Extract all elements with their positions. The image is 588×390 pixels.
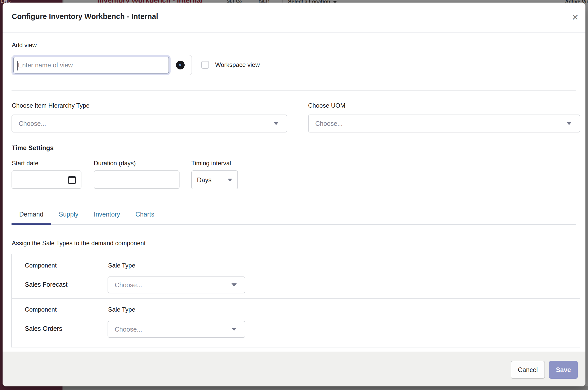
item-hierarchy-label: Choose Item Hierarchy Type	[12, 102, 90, 109]
sales-forecast-sale-type-select[interactable]: Choose...	[108, 276, 245, 293]
item-hierarchy-placeholder: Choose...	[12, 120, 46, 127]
workspace-view-label: Workspace view	[215, 61, 260, 68]
view-name-field[interactable]	[13, 57, 169, 74]
tab-charts[interactable]: Charts	[128, 211, 162, 225]
calendar-icon[interactable]	[67, 175, 77, 185]
view-name-input[interactable]	[14, 57, 169, 73]
timing-interval-value: Days	[192, 176, 212, 184]
duration-input[interactable]	[94, 170, 180, 189]
workspace-view-checkbox[interactable]	[201, 61, 209, 69]
section-divider	[12, 90, 576, 91]
item-hierarchy-select[interactable]: Choose...	[12, 115, 287, 132]
clear-input-button[interactable]: ✕	[169, 61, 192, 69]
component-name-sales-forecast: Sales Forecast	[25, 281, 68, 288]
uom-select[interactable]: Choose...	[308, 115, 580, 132]
dropdown-arrow-icon	[228, 179, 232, 181]
start-date-input[interactable]	[12, 170, 81, 189]
sale-type-column-header: Sale Type	[108, 262, 135, 269]
configure-workbench-modal: Configure Inventory Workbench - Internal…	[3, 3, 585, 386]
uom-placeholder: Choose...	[309, 120, 343, 127]
duration-label: Duration (days)	[94, 160, 136, 167]
start-date-label: Start date	[12, 160, 38, 167]
tab-supply[interactable]: Supply	[51, 211, 86, 225]
dropdown-arrow-icon	[232, 283, 237, 286]
component-column-header: Component	[25, 262, 57, 269]
save-button[interactable]: Save	[549, 361, 578, 379]
uom-label: Choose UOM	[308, 102, 345, 109]
clear-circle-x-icon: ✕	[176, 61, 185, 69]
dim-overlay-bottom	[62, 386, 588, 390]
modal-footer: Cancel Save	[3, 352, 585, 386]
close-icon[interactable]: ✕	[568, 10, 582, 25]
assign-sale-types-heading: Assign the Sale Types to the demand comp…	[12, 240, 146, 247]
component-name-sales-orders: Sales Orders	[25, 325, 62, 332]
dropdown-arrow-icon	[274, 122, 279, 125]
tab-bar: Demand Supply Inventory Charts	[12, 211, 576, 225]
text-caret	[17, 61, 18, 70]
sale-type-placeholder: Choose...	[108, 326, 142, 333]
timing-interval-select[interactable]: Days	[191, 170, 238, 189]
cancel-button[interactable]: Cancel	[511, 361, 545, 379]
dropdown-arrow-icon	[566, 122, 572, 125]
sale-type-placeholder: Choose...	[108, 281, 142, 289]
sales-orders-sale-type-select[interactable]: Choose...	[108, 321, 245, 338]
tab-demand[interactable]: Demand	[12, 211, 51, 225]
timing-interval-label: Timing interval	[191, 160, 231, 167]
dropdown-arrow-icon	[232, 328, 237, 331]
table-row-divider	[12, 298, 580, 299]
add-view-label: Add view	[12, 42, 37, 49]
time-settings-heading: Time Settings	[12, 144, 54, 152]
component-column-header: Component	[25, 306, 57, 313]
view-name-input-group: ✕	[12, 55, 192, 75]
demand-components-table: Component Sale Type Sales Forecast Choos…	[11, 254, 580, 347]
tab-inventory[interactable]: Inventory	[86, 211, 128, 225]
modal-header-divider	[3, 32, 585, 33]
modal-title: Configure Inventory Workbench - Internal	[12, 12, 158, 21]
sale-type-column-header: Sale Type	[108, 306, 135, 313]
